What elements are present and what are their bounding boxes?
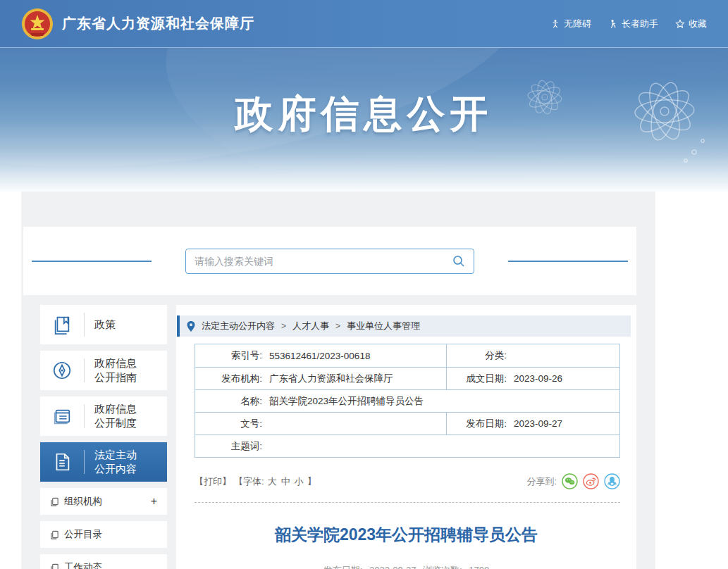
sidebar-item-disclosure-system[interactable]: 政府信息 公开制度: [40, 396, 167, 436]
breadcrumb-item[interactable]: 法定主动公开内容: [202, 320, 275, 332]
article-panel: 法定主动公开内容 > 人才人事 > 事业单位人事管理 索引号: 55361246…: [176, 305, 636, 569]
content-row: 政策 政府信息 公开指南: [21, 305, 655, 569]
divider: [84, 404, 85, 428]
views-value: 1708: [469, 565, 489, 569]
font-size-small-button[interactable]: 小: [295, 475, 304, 488]
sidebar-item-label: 政策: [94, 318, 116, 332]
list-icon: [40, 406, 84, 427]
publish-date-value: 2023-09-27: [369, 565, 417, 569]
article-publish-info: 发布日期: 2023-09-27 浏览次数: 1708: [176, 564, 636, 569]
index-number-cell: 索引号: 553612461/2023-00618: [195, 344, 446, 367]
table-row: 主题词:: [195, 434, 619, 457]
font-size-medium-button[interactable]: 中: [281, 475, 290, 488]
compass-icon: [40, 360, 84, 381]
share-label: 分享到:: [526, 475, 557, 488]
breadcrumb: 法定主动公开内容 > 人才人事 > 事业单位人事管理: [177, 315, 631, 337]
breadcrumb-separator: >: [281, 321, 286, 331]
banner: 政府信息公开: [0, 48, 728, 192]
pages-icon: [50, 563, 59, 569]
divider: [84, 313, 85, 337]
search-input[interactable]: [195, 256, 452, 267]
sidebar-item-label: 政府信息 公开指南: [94, 356, 137, 385]
elder-assistant-icon: [608, 19, 618, 29]
divider: [84, 358, 85, 382]
print-font-controls: 【打印】 【字体: 大 中 小 】: [195, 475, 316, 488]
publish-date-label: 发布日期:: [323, 565, 363, 569]
article-controls-row: 【打印】 【字体: 大 中 小 】 分享到:: [195, 473, 620, 489]
sidebar-item-label: 政府信息 公开制度: [94, 402, 137, 431]
sidebar-item-statutory-disclosure[interactable]: 法定主动 公开内容: [40, 442, 167, 482]
header-links: 无障碍 长者助手 收藏: [550, 18, 707, 30]
sidebar-item-organization[interactable]: 组织机构 +: [40, 488, 167, 515]
font-size-prefix: 【字体:: [234, 475, 264, 488]
share-controls: 分享到:: [526, 473, 620, 489]
font-size-suffix: 】: [307, 475, 316, 488]
decorative-line-left: [32, 261, 152, 262]
print-button[interactable]: 【打印】: [195, 475, 231, 488]
accessibility-icon: [550, 19, 560, 29]
favorite-label: 收藏: [689, 18, 707, 30]
sidebar-item-policy[interactable]: 政策: [40, 305, 167, 344]
document-icon: [40, 451, 84, 473]
views-label: 浏览次数:: [423, 565, 462, 569]
location-pin-icon: [187, 321, 195, 332]
sidebar-item-public-catalog[interactable]: 公开目录: [40, 521, 167, 548]
publisher-cell: 发布机构: 广东省人力资源和社会保障厅: [195, 368, 446, 389]
breadcrumb-item[interactable]: 人才人事: [292, 320, 329, 332]
search-icon[interactable]: [452, 255, 465, 268]
breadcrumb-separator: >: [335, 321, 340, 331]
elder-assistant-label: 长者助手: [622, 18, 658, 30]
sidebar-subitem-label: 组织机构: [64, 495, 102, 508]
sidebar-item-label: 法定主动 公开内容: [94, 448, 137, 477]
table-row: 文号: 发布日期: 2023-09-27: [195, 412, 619, 434]
search-section: [23, 227, 636, 295]
star-icon: [675, 19, 685, 29]
keywords-cell: 主题词:: [195, 435, 619, 457]
accessibility-label: 无障碍: [564, 18, 591, 30]
written-date-cell: 成文日期: 2023-09-26: [446, 368, 619, 389]
category-cell: 分类:: [446, 344, 619, 367]
font-size-large-button[interactable]: 大: [268, 475, 277, 488]
expand-plus-icon[interactable]: +: [151, 495, 157, 508]
document-number-cell: 文号:: [195, 413, 446, 434]
book-icon: [40, 314, 84, 335]
weibo-icon[interactable]: [583, 473, 599, 489]
sidebar-subitem-label: 工作动态: [64, 561, 102, 569]
document-name-cell: 名称: 韶关学院2023年公开招聘辅导员公告: [195, 390, 619, 412]
search-box: [185, 249, 474, 274]
pages-icon: [50, 497, 59, 506]
wechat-icon[interactable]: [562, 473, 578, 489]
table-row: 索引号: 553612461/2023-00618 分类:: [195, 344, 619, 367]
document-info-table: 索引号: 553612461/2023-00618 分类: 发布机构: 广东省人…: [195, 344, 620, 458]
table-row: 发布机构: 广东省人力资源和社会保障厅 成文日期: 2023-09-26: [195, 367, 619, 389]
breadcrumb-item[interactable]: 事业单位人事管理: [347, 320, 420, 332]
publish-date-cell: 发布日期: 2023-09-27: [446, 413, 619, 434]
sidebar: 政策 政府信息 公开指南: [40, 305, 167, 569]
pages-icon: [50, 530, 59, 539]
decorative-line-right: [508, 261, 628, 262]
article-title: 韶关学院2023年公开招聘辅导员公告: [176, 524, 636, 546]
accessibility-link[interactable]: 无障碍: [550, 18, 591, 30]
site-title: 广东省人力资源和社会保障厅: [62, 14, 254, 33]
divider: [84, 450, 85, 474]
sidebar-item-disclosure-guide[interactable]: 政府信息 公开指南: [40, 351, 167, 390]
favorite-link[interactable]: 收藏: [675, 18, 707, 30]
dashed-divider: [195, 502, 620, 503]
sidebar-subitem-label: 公开目录: [64, 528, 102, 541]
national-emblem-logo: [21, 8, 54, 40]
elder-assistant-link[interactable]: 长者助手: [608, 18, 658, 30]
page-title: 政府信息公开: [0, 89, 728, 140]
table-row: 名称: 韶关学院2023年公开招聘辅导员公告: [195, 389, 619, 412]
sidebar-item-work-updates[interactable]: 工作动态: [40, 554, 167, 569]
main-content-wrapper: 政策 政府信息 公开指南: [21, 192, 655, 569]
qq-icon[interactable]: [604, 473, 620, 489]
header-bar: 广东省人力资源和社会保障厅 无障碍 长者助手 收藏: [0, 0, 728, 48]
